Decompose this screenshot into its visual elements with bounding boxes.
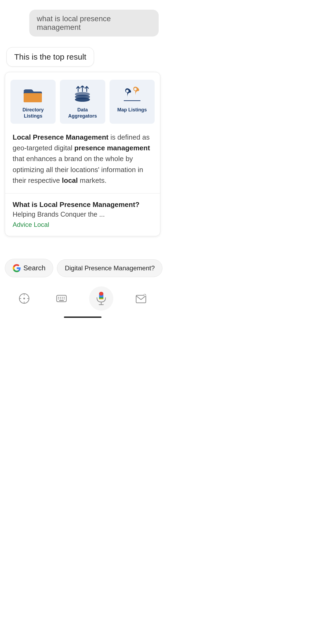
svg-rect-20 [62,297,63,298]
link-source: Advice Local [13,221,153,228]
desc-bold-1: Local Presence Management [13,133,108,141]
microphone-icon [95,291,107,306]
keyboard-icon [56,293,67,304]
svg-rect-18 [58,297,59,298]
compass-icon [18,293,30,304]
top-result-wrapper: This is the top result [0,37,165,72]
query-text: what is local presence management [37,14,111,31]
svg-point-10 [134,88,137,90]
suggestion-label: Digital Presence Management? [65,264,155,272]
bottom-bar: Search Digital Presence Management? [0,251,165,283]
map-listings-label: Map Listings [117,107,147,113]
map-listings-icon [121,86,143,103]
query-bubble-wrapper: what is local presence management [0,0,165,37]
icon-card-aggregators: Data Aggregators [60,80,105,124]
svg-point-4 [75,92,90,96]
data-aggregators-label: Data Aggregators [63,107,102,119]
icons-row: Directory Listings [5,72,160,129]
google-logo-icon [13,264,21,272]
inbox-icon [135,293,147,304]
svg-point-9 [126,90,129,92]
home-bar [64,316,101,318]
suggestion-button[interactable]: Digital Presence Management? [57,259,162,277]
search-label: Search [23,264,45,272]
top-result-label: This is the top result [6,47,94,67]
svg-rect-28 [99,292,103,296]
svg-rect-22 [58,299,59,299]
microphone-button[interactable] [89,286,113,311]
spacer [0,236,165,251]
description-section: Local Presence Management is defined as … [5,129,160,193]
inbox-button[interactable] [131,290,151,307]
compass-button[interactable] [14,290,34,307]
data-aggregators-icon [72,86,93,103]
directory-listings-label: Directory Listings [13,107,53,119]
nav-bar [0,283,165,313]
svg-rect-23 [60,299,61,299]
desc-text-3: markets. [78,176,107,184]
icon-card-map: Map Listings [110,80,155,124]
svg-point-12 [23,298,25,299]
svg-rect-21 [64,297,65,298]
screen: what is local presence management This i… [0,0,165,322]
link-subtitle: Helping Brands Conquer the ... [13,210,153,218]
link-title: What is Local Presence Management? [13,201,153,209]
main-card: Directory Listings [5,72,160,236]
svg-rect-1 [24,93,42,102]
query-bubble: what is local presence management [29,10,159,37]
desc-bold-2: presence management [74,144,150,152]
search-button[interactable]: Search [5,259,53,277]
home-indicator [0,313,165,322]
svg-rect-26 [59,300,64,301]
svg-rect-24 [62,299,63,299]
svg-rect-19 [60,297,61,298]
directory-listings-icon [22,86,44,103]
keyboard-button[interactable] [52,290,71,307]
svg-rect-32 [99,299,103,299]
icon-card-directory: Directory Listings [10,80,56,124]
svg-rect-25 [64,299,65,299]
link-section[interactable]: What is Local Presence Management? Helpi… [5,194,160,236]
desc-bold-3: local [62,176,78,184]
